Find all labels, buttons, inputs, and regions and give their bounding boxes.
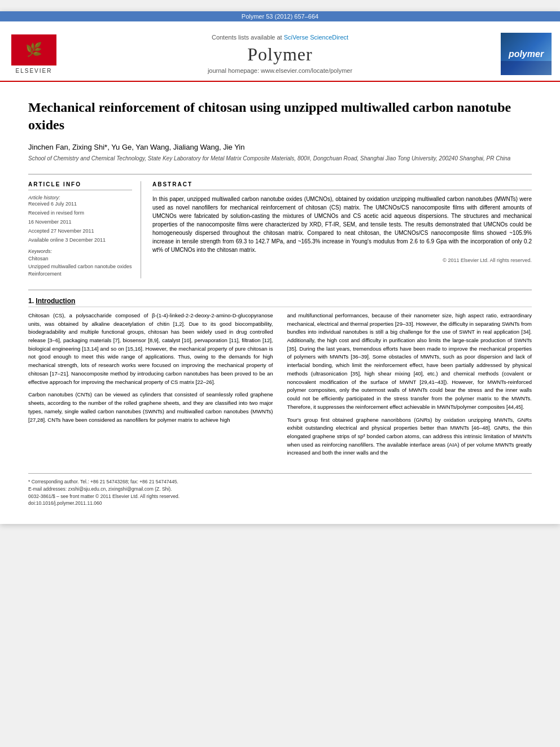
polymer-logo-box: polymer	[501, 33, 552, 75]
footnote-corresponding: * Corresponding author. Tel.: +86 21 547…	[28, 478, 532, 486]
abstract-heading: ABSTRACT	[152, 181, 532, 190]
intro-left-p1: Chitosan (CS), a polysaccharide composed…	[28, 312, 273, 386]
introduction-section: 1. Introduction Chitosan (CS), a polysac…	[28, 297, 532, 462]
journal-header: ELSEVIER Contents lists available at Sci…	[0, 21, 560, 82]
footnotes: * Corresponding author. Tel.: +86 21 547…	[28, 473, 532, 507]
footnote-email: E-mail addresses: zxshi@sju.edu.cn, zixi…	[28, 486, 532, 493]
article-history-label: Article history:	[28, 195, 132, 200]
elsevier-decorative-img	[11, 34, 56, 65]
article-info-abstract-row: ARTICLE INFO Article history: Received 6…	[28, 181, 532, 278]
polymer-logo-text: polymer	[509, 49, 544, 59]
journal-center-info: Contents lists available at SciVerse Sci…	[68, 27, 492, 81]
keywords-label: Keywords:	[28, 248, 132, 254]
page: Polymer 53 (2012) 657–664 ELSEVIER Conte…	[0, 11, 560, 524]
elsevier-brand-text: ELSEVIER	[16, 68, 53, 74]
revised-date: 16 November 2011	[28, 219, 132, 225]
intro-title: 1. Introduction	[28, 297, 532, 307]
abstract-column: ABSTRACT In this paper, unzipped multiwa…	[152, 181, 532, 278]
elsevier-logo-left: ELSEVIER	[0, 27, 68, 81]
authors-text: Jinchen Fan, Zixing Shi*, Yu Ge, Yan Wan…	[28, 143, 244, 151]
main-content: Mechanical reinforcement of chitosan usi…	[0, 82, 560, 524]
revised-label: Received in revised form	[28, 210, 132, 216]
divider-top	[28, 174, 532, 174]
divider-body	[28, 290, 532, 290]
affiliation: School of Chemistry and Chemical Technol…	[28, 155, 532, 163]
available-date: Available online 3 December 2011	[28, 237, 132, 243]
intro-right-p1: and multifunctional performances, becaus…	[287, 312, 532, 412]
intro-right-p2: Tour's group first obtained graphene nan…	[287, 416, 532, 458]
intro-title-text: Introduction	[36, 297, 75, 305]
polymer-logo-right: polymer	[492, 27, 560, 81]
article-title: Mechanical reinforcement of chitosan usi…	[28, 99, 532, 134]
intro-number: 1.	[28, 297, 34, 305]
abstract-copyright: © 2011 Elsevier Ltd. All rights reserved…	[152, 257, 532, 263]
sciverse-link[interactable]: SciVerse ScienceDirect	[284, 34, 348, 41]
article-info-heading: ARTICLE INFO	[28, 181, 132, 190]
intro-left-col: Chitosan (CS), a polysaccharide composed…	[28, 312, 273, 462]
journal-citation-bar: Polymer 53 (2012) 657–664	[0, 11, 560, 21]
sciverse-prefix: Contents lists available at	[212, 34, 284, 41]
intro-left-p2: Carbon nanotubes (CNTs) can be viewed as…	[28, 391, 273, 424]
keyword-1: Chitosan	[28, 255, 132, 263]
journal-citation: Polymer 53 (2012) 657–664	[242, 13, 318, 20]
keyword-2: Unzipped multiwalled carbon nanotube oxi…	[28, 263, 132, 271]
journal-name: Polymer	[247, 44, 312, 65]
accepted-date: Accepted 27 November 2011	[28, 228, 132, 234]
footnote-doi: doi:10.1016/j.polymer.2011.11.060	[28, 500, 532, 507]
abstract-text: In this paper, unzipped multiwalled carb…	[152, 195, 532, 254]
authors-line: Jinchen Fan, Zixing Shi*, Yu Ge, Yan Wan…	[28, 143, 532, 151]
footnote-issn: 0032-3861/$ – see front matter © 2011 El…	[28, 493, 532, 500]
intro-right-col: and multifunctional performances, becaus…	[287, 312, 532, 462]
article-info-column: ARTICLE INFO Article history: Received 6…	[28, 181, 141, 278]
intro-body-columns: Chitosan (CS), a polysaccharide composed…	[28, 312, 532, 462]
sciverse-line: Contents lists available at SciVerse Sci…	[212, 34, 348, 41]
keyword-3: Reinforcement	[28, 270, 132, 278]
received-date: Received 6 July 2011	[28, 201, 132, 207]
journal-homepage: journal homepage: www.elsevier.com/locat…	[208, 67, 352, 74]
